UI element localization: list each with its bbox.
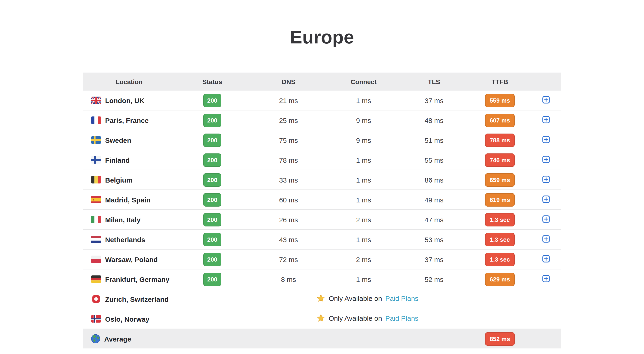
status-badge: 200 bbox=[203, 193, 221, 206]
flag-ch-icon bbox=[91, 295, 101, 303]
expand-icon[interactable] bbox=[542, 96, 550, 104]
expand-icon[interactable] bbox=[542, 155, 550, 164]
col-header-tls: TLS bbox=[400, 72, 469, 90]
table-row: Frankfurt, Germany 200 8 ms 1 ms 52 ms 6… bbox=[83, 269, 561, 289]
flag-nl-icon bbox=[91, 236, 101, 243]
ttfb-badge: 629 ms bbox=[485, 272, 515, 286]
star-icon bbox=[317, 314, 326, 322]
flag-no-icon bbox=[91, 315, 101, 322]
dns-value: 33 ms bbox=[249, 170, 328, 190]
expand-icon[interactable] bbox=[542, 116, 550, 124]
tls-value: 55 ms bbox=[400, 150, 469, 170]
location-label: Sweden bbox=[105, 136, 131, 144]
table-row: Finland 200 78 ms 1 ms 55 ms 746 ms bbox=[83, 150, 561, 170]
average-row: Average 852 ms bbox=[83, 329, 561, 348]
table-row: Madrid, Spain 200 60 ms 1 ms 49 ms 619 m… bbox=[83, 190, 561, 210]
dns-value: 60 ms bbox=[249, 190, 328, 210]
connect-value: 2 ms bbox=[328, 249, 400, 269]
status-badge: 200 bbox=[203, 133, 221, 147]
ttfb-badge: 619 ms bbox=[485, 193, 515, 206]
status-badge: 200 bbox=[203, 233, 221, 246]
table-row-paid: Oslo, Norway Only Available on Paid Plan… bbox=[83, 309, 561, 329]
status-badge: 200 bbox=[203, 213, 221, 226]
expand-icon[interactable] bbox=[542, 274, 550, 283]
connect-value: 1 ms bbox=[328, 230, 400, 249]
connect-value: 1 ms bbox=[328, 90, 400, 110]
dns-value: 25 ms bbox=[249, 110, 328, 130]
connect-value: 1 ms bbox=[328, 190, 400, 210]
location-label: Netherlands bbox=[105, 236, 145, 243]
paid-plans-link[interactable]: Paid Plans bbox=[385, 294, 418, 302]
page-title: Europe bbox=[0, 0, 644, 48]
latency-table: Location Status DNS Connect TLS TTFB Lon… bbox=[83, 72, 561, 348]
ttfb-badge: 1.3 sec bbox=[485, 213, 515, 226]
tls-value: 49 ms bbox=[400, 190, 469, 210]
ttfb-badge: 559 ms bbox=[485, 94, 515, 107]
table-row: Sweden 200 75 ms 9 ms 51 ms 788 ms bbox=[83, 130, 561, 150]
location-label: Madrid, Spain bbox=[105, 196, 150, 204]
location-label: Belgium bbox=[105, 176, 132, 184]
dns-value: 78 ms bbox=[249, 150, 328, 170]
flag-fi-icon bbox=[91, 156, 101, 164]
dns-value: 8 ms bbox=[249, 269, 328, 289]
tls-value: 86 ms bbox=[400, 170, 469, 190]
dns-value: 26 ms bbox=[249, 210, 328, 230]
table-row: Warsaw, Poland 200 72 ms 2 ms 37 ms 1.3 … bbox=[83, 249, 561, 269]
tls-value: 52 ms bbox=[400, 269, 469, 289]
location-label: Warsaw, Poland bbox=[105, 255, 158, 263]
dns-value: 72 ms bbox=[249, 249, 328, 269]
expand-icon[interactable] bbox=[542, 215, 550, 223]
location-label: Milan, Italy bbox=[105, 216, 140, 224]
tls-value: 51 ms bbox=[400, 130, 469, 150]
star-icon bbox=[317, 294, 326, 303]
paid-note-text: Only Available on bbox=[329, 294, 382, 302]
ttfb-badge: 659 ms bbox=[485, 173, 515, 186]
table-row: Milan, Italy 200 26 ms 2 ms 47 ms 1.3 se… bbox=[83, 210, 561, 230]
status-badge: 200 bbox=[203, 173, 221, 186]
location-label: Finland bbox=[105, 156, 130, 164]
tls-value: 48 ms bbox=[400, 110, 469, 130]
flag-se-icon bbox=[91, 136, 101, 144]
status-badge: 200 bbox=[203, 252, 221, 266]
table-row: Belgium 200 33 ms 1 ms 86 ms 659 ms bbox=[83, 170, 561, 190]
ttfb-badge: 1.3 sec bbox=[485, 233, 515, 246]
table-header: Location Status DNS Connect TLS TTFB bbox=[83, 72, 561, 90]
ttfb-badge: 1.3 sec bbox=[485, 252, 515, 266]
table-row: London, UK 200 21 ms 1 ms 37 ms 559 ms bbox=[83, 90, 561, 110]
col-header-ttfb: TTFB bbox=[469, 72, 531, 90]
location-label: Average bbox=[104, 335, 131, 343]
flag-es-icon bbox=[91, 196, 101, 203]
paid-plans-link[interactable]: Paid Plans bbox=[385, 314, 418, 322]
expand-icon[interactable] bbox=[542, 255, 550, 263]
dns-value: 75 ms bbox=[249, 130, 328, 150]
expand-icon[interactable] bbox=[542, 175, 550, 184]
ttfb-badge: 607 ms bbox=[485, 114, 515, 127]
ttfb-badge: 788 ms bbox=[485, 133, 515, 147]
expand-icon[interactable] bbox=[542, 195, 550, 203]
ttfb-badge: 746 ms bbox=[485, 153, 515, 166]
col-header-connect: Connect bbox=[328, 72, 400, 90]
flag-gb-icon bbox=[91, 96, 101, 104]
connect-value: 1 ms bbox=[328, 170, 400, 190]
flag-de-icon bbox=[91, 276, 101, 283]
flag-it-icon bbox=[91, 216, 101, 223]
col-header-status: Status bbox=[175, 72, 249, 90]
flag-pl-icon bbox=[91, 256, 101, 263]
connect-value: 9 ms bbox=[328, 110, 400, 130]
status-badge: 200 bbox=[203, 153, 221, 166]
table-row: Netherlands 200 43 ms 1 ms 53 ms 1.3 sec bbox=[83, 230, 561, 249]
table-row-paid: Zurich, Switzerland Only Available on Pa… bbox=[83, 289, 561, 309]
location-label: Oslo, Norway bbox=[105, 315, 150, 323]
globe-icon bbox=[91, 334, 100, 343]
page: Europe Location Status DNS Connect TLS T… bbox=[0, 0, 644, 354]
tls-value: 53 ms bbox=[400, 230, 469, 249]
expand-icon[interactable] bbox=[542, 136, 550, 144]
location-label: Paris, France bbox=[105, 116, 148, 124]
connect-value: 1 ms bbox=[328, 269, 400, 289]
connect-value: 2 ms bbox=[328, 210, 400, 230]
tls-value: 37 ms bbox=[400, 249, 469, 269]
flag-be-icon bbox=[91, 176, 101, 184]
expand-icon[interactable] bbox=[542, 235, 550, 243]
col-header-expand bbox=[531, 72, 561, 90]
connect-value: 9 ms bbox=[328, 130, 400, 150]
